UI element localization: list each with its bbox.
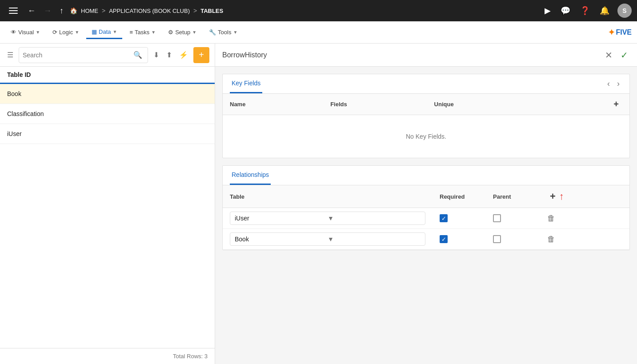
rel-parent-book-checkbox[interactable] [493, 235, 501, 243]
download-button[interactable]: ⬇ [152, 49, 161, 61]
sidebar-header: Table ID [0, 67, 215, 84]
key-fields-prev-button[interactable]: ‹ [605, 78, 613, 89]
visual-caret-icon: ▼ [36, 30, 40, 35]
rel-table-iuser: iUser ▼ [223, 208, 433, 229]
search-input[interactable] [23, 52, 129, 59]
sidebar-item-book[interactable]: Book [0, 84, 215, 104]
chat-button[interactable]: 💬 [559, 4, 572, 17]
rel-row-iuser: iUser ▼ ✓ 🗑 [223, 208, 629, 229]
relationships-tab-bar: Relationships [223, 166, 629, 185]
hamburger-menu-button[interactable] [5, 4, 21, 17]
user-avatar[interactable]: S [617, 4, 632, 18]
rel-required-book: ✓ [433, 229, 486, 250]
search-box: 🔍 [19, 47, 148, 63]
rel-dropdown-book-caret: ▼ [328, 236, 421, 243]
tasks-icon: ≡ [129, 29, 133, 36]
play-button[interactable]: ▶ [543, 4, 553, 17]
rel-col-parent: Parent [486, 185, 539, 208]
search-icon-button[interactable]: 🔍 [132, 49, 144, 61]
back-button[interactable]: ← [26, 4, 37, 17]
forward-button[interactable]: → [42, 4, 53, 17]
sidebar-item-iuser[interactable]: iUser [0, 124, 215, 144]
hamburger-icon [7, 6, 20, 16]
data-caret-icon: ▼ [113, 29, 117, 34]
rel-dropdown-book[interactable]: Book ▼ [230, 232, 425, 246]
gear-icon: ⚙ [168, 29, 173, 36]
breadcrumb: 🏠 HOME > APPLICATIONS (BOOK CLUB) > TABL… [70, 7, 223, 14]
key-fields-col-unique: Unique [427, 94, 541, 115]
key-fields-next-button[interactable]: › [614, 78, 622, 89]
sidebar: ☰ 🔍 ⬇ ⬆ ⚡ + Table ID Book Classification… [0, 44, 215, 364]
panel-title: BorrowHistory [222, 51, 599, 59]
logic-caret-icon: ▼ [75, 30, 79, 35]
tasks-tab[interactable]: ≡ Tasks ▼ [124, 26, 161, 38]
rel-delete-iuser-button[interactable]: 🗑 [546, 213, 556, 224]
rel-add-arrow: + ↑ [546, 190, 622, 203]
five-logo: ✦ FIVE [608, 28, 632, 37]
rel-add-col: + ↑ [539, 185, 629, 208]
relationships-tab[interactable]: Relationships [230, 166, 271, 185]
upload-button[interactable]: ⬆ [164, 49, 174, 61]
breadcrumb-chevron-1: > [102, 7, 105, 14]
add-key-field-button[interactable]: + [610, 98, 622, 110]
confirm-panel-button[interactable]: ✓ [619, 48, 630, 62]
rel-col-required: Required [433, 185, 486, 208]
table-icon: ▦ [92, 28, 97, 35]
rel-parent-book [486, 229, 539, 250]
rel-delete-iuser-cell: 🗑 [539, 208, 629, 229]
right-panel: BorrowHistory ✕ ✓ Key Fields ‹ › [215, 44, 637, 364]
key-fields-col-fields: Fields [323, 94, 427, 115]
sidebar-toolbar: ☰ 🔍 ⬇ ⬆ ⚡ + [0, 44, 215, 67]
rel-required-book-checkbox[interactable]: ✓ [440, 235, 448, 243]
key-fields-nav: ‹ › [605, 78, 622, 89]
rel-delete-book-cell: 🗑 [539, 229, 629, 250]
panel-header: BorrowHistory ✕ ✓ [215, 44, 637, 67]
help-button[interactable]: ❓ [578, 4, 592, 17]
sidebar-item-classification[interactable]: Classification [0, 104, 215, 124]
eye-icon: 👁 [11, 29, 16, 36]
rel-required-iuser: ✓ [433, 208, 486, 229]
top-nav-right: ▶ 💬 ❓ 🔔 S [543, 4, 632, 18]
key-fields-tab-bar: Key Fields ‹ › [223, 74, 629, 94]
key-fields-table-header-row: Name Fields Unique + [223, 94, 629, 115]
arrow-indicator: ↑ [559, 191, 564, 202]
breadcrumb-current: TABLES [200, 8, 223, 14]
tools-tab[interactable]: 🔧 Tools ▼ [204, 26, 243, 38]
notifications-button[interactable]: 🔔 [598, 4, 611, 17]
flash-button[interactable]: ⚡ [177, 49, 190, 61]
visual-tab[interactable]: 👁 Visual ▼ [5, 26, 45, 38]
rel-parent-iuser-checkbox[interactable] [493, 214, 501, 222]
key-fields-tab[interactable]: Key Fields [230, 74, 262, 93]
key-fields-empty: No Key Fields. [223, 115, 629, 158]
rel-dropdown-iuser[interactable]: iUser ▼ [230, 212, 425, 225]
up-button[interactable]: ↑ [58, 4, 65, 17]
five-star-icon: ✦ [608, 28, 615, 37]
key-fields-table: Name Fields Unique + [223, 94, 629, 115]
rel-required-iuser-checkbox[interactable]: ✓ [440, 214, 448, 222]
rel-parent-iuser [486, 208, 539, 229]
relationships-table: Table Required Parent + ↑ [223, 185, 629, 250]
setup-caret-icon: ▼ [192, 30, 196, 35]
rel-delete-book-button[interactable]: 🗑 [546, 234, 556, 245]
top-navbar: ← → ↑ 🏠 HOME > APPLICATIONS (BOOK CLUB) … [0, 0, 637, 21]
data-tab[interactable]: ▦ Data ▼ [86, 26, 122, 39]
logic-tab[interactable]: ⟳ Logic ▼ [47, 26, 84, 38]
key-fields-add-col: + [541, 94, 629, 115]
tasks-caret-icon: ▼ [151, 30, 156, 35]
breadcrumb-chevron-2: > [193, 7, 197, 14]
sidebar-footer: Total Rows: 3 [0, 348, 215, 364]
home-icon: 🏠 [70, 7, 77, 14]
breadcrumb-home[interactable]: HOME [81, 8, 98, 14]
breadcrumb-app[interactable]: APPLICATIONS (BOOK CLUB) [109, 8, 190, 14]
add-relationship-button[interactable]: + [546, 190, 559, 203]
sidebar-filter-button[interactable]: ☰ [5, 49, 15, 61]
setup-tab[interactable]: ⚙ Setup ▼ [163, 26, 202, 38]
rel-col-table: Table [223, 185, 433, 208]
add-table-button[interactable]: + [193, 47, 209, 63]
key-fields-col-name: Name [223, 94, 323, 115]
rel-table-book: Book ▼ [223, 229, 433, 250]
close-panel-button[interactable]: ✕ [603, 48, 614, 62]
logic-icon: ⟳ [52, 29, 57, 36]
rel-row-book: Book ▼ ✓ 🗑 [223, 229, 629, 250]
key-fields-section: Key Fields ‹ › Name Fiel [222, 74, 630, 158]
